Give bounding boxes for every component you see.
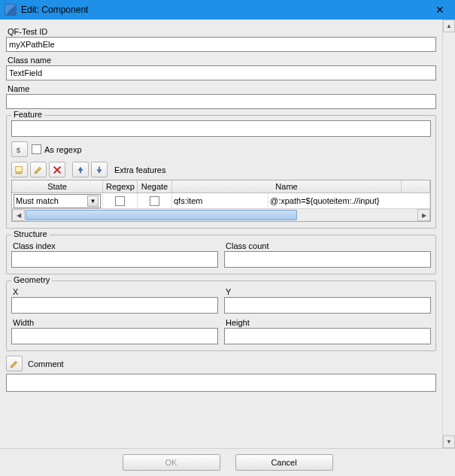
structure-group: Structure Class index Class count <box>6 235 436 274</box>
qftest-id-input[interactable] <box>6 37 436 52</box>
class-index-label: Class index <box>13 241 218 250</box>
comment-label: Comment <box>28 359 64 368</box>
cancel-button[interactable]: Cancel <box>235 454 333 471</box>
svg-rect-1 <box>16 166 23 171</box>
col-empty <box>402 180 430 193</box>
chevron-down-icon: ▼ <box>87 196 99 207</box>
move-up-icon[interactable] <box>72 162 89 177</box>
app-icon <box>5 4 17 16</box>
hscroll-thumb[interactable] <box>26 210 297 220</box>
comment-edit-icon[interactable] <box>6 356 23 371</box>
geometry-group: Geometry X Y Width Height <box>6 280 436 351</box>
structure-legend: Structure <box>11 229 50 238</box>
col-name[interactable]: Name <box>172 180 402 193</box>
col-negate[interactable]: Negate <box>138 180 172 193</box>
state-value: Must match <box>16 196 59 205</box>
col-state[interactable]: State <box>12 180 103 193</box>
scroll-down-icon[interactable]: ▼ <box>443 435 455 448</box>
width-label: Width <box>13 318 218 327</box>
y-input[interactable] <box>224 297 431 314</box>
scroll-left-icon[interactable]: ◀ <box>12 209 25 221</box>
feature-legend: Feature <box>11 110 44 119</box>
svg-rect-2 <box>16 172 23 174</box>
vscrollbar[interactable]: ▲ ▼ <box>442 20 455 448</box>
y-label: Y <box>226 287 431 296</box>
add-row-icon[interactable] <box>11 162 28 177</box>
row-name[interactable]: qfs:item <box>172 193 268 208</box>
class-index-input[interactable] <box>11 251 218 268</box>
regexp-checkbox[interactable] <box>115 196 125 206</box>
state-dropdown[interactable]: Must match ▼ <box>14 194 101 208</box>
window-title: Edit: Component <box>21 5 425 15</box>
qftest-id-label: QF-Test ID <box>8 27 436 36</box>
close-button[interactable]: ✕ <box>425 0 455 20</box>
geometry-legend: Geometry <box>11 275 52 284</box>
height-label: Height <box>226 318 431 327</box>
form-content: QF-Test ID Class name Name Feature $ As … <box>0 20 442 448</box>
class-name-label: Class name <box>8 56 436 65</box>
name-label: Name <box>8 84 436 93</box>
height-input[interactable] <box>224 328 431 344</box>
extra-features-table: State Regexp Negate Name Must match ▼ <box>11 180 431 222</box>
comment-input[interactable] <box>6 374 436 392</box>
scroll-right-icon[interactable]: ▶ <box>417 209 430 221</box>
svg-rect-3 <box>80 170 81 173</box>
svg-rect-4 <box>99 166 100 169</box>
as-regexp-checkbox[interactable] <box>32 144 41 154</box>
class-name-input[interactable] <box>6 65 436 80</box>
edit-row-icon[interactable] <box>30 162 47 177</box>
feature-group: Feature $ As regexp Extra features State… <box>6 115 436 229</box>
footer: OK Cancel <box>0 448 455 476</box>
col-regexp[interactable]: Regexp <box>103 180 138 193</box>
row-value[interactable]: @:xpath=${quoteitem:.//input} <box>268 193 430 208</box>
ok-button[interactable]: OK <box>123 454 220 471</box>
extra-features-label: Extra features <box>114 165 165 174</box>
class-count-label: Class count <box>226 241 431 250</box>
scroll-up-icon[interactable]: ▲ <box>443 20 455 32</box>
table-row[interactable]: Must match ▼ qfs:item @:xpath=${quoteite… <box>12 193 430 208</box>
name-input[interactable] <box>6 94 436 109</box>
variable-icon[interactable]: $ <box>11 141 28 157</box>
svg-text:$: $ <box>17 145 21 153</box>
x-input[interactable] <box>11 297 218 314</box>
table-hscroll[interactable]: ◀ ▶ <box>12 208 430 221</box>
feature-input[interactable] <box>11 120 431 137</box>
x-label: X <box>13 287 218 296</box>
delete-row-icon[interactable] <box>49 162 65 177</box>
titlebar: Edit: Component ✕ <box>0 0 455 20</box>
as-regexp-label: As regexp <box>44 145 82 154</box>
negate-checkbox[interactable] <box>150 196 159 206</box>
move-down-icon[interactable] <box>91 162 108 177</box>
width-input[interactable] <box>11 328 218 344</box>
class-count-input[interactable] <box>224 251 431 268</box>
